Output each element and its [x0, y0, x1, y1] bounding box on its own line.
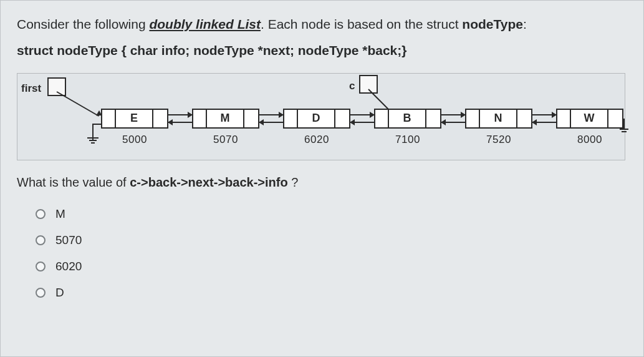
radio-icon[interactable] — [36, 262, 46, 271]
struct-declaration: struct nodeType { char info; nodeType *n… — [17, 43, 627, 58]
radio-icon[interactable] — [36, 288, 46, 298]
node-2-info: D — [298, 110, 335, 127]
question-expr: c->back->next->back->info — [130, 175, 287, 189]
intro-suffix: : — [523, 17, 527, 31]
null-end-stem — [623, 119, 625, 129]
question-prefix: What is the value of — [17, 175, 130, 189]
null-end-bar2 — [622, 131, 627, 132]
node-5-addr: 8000 — [556, 134, 623, 146]
intro-text: Consider the following doubly linked Lis… — [17, 14, 627, 34]
conn-1-2 — [259, 109, 283, 129]
intro-type: nodeType — [462, 17, 523, 31]
answer-options: M 5070 6020 D — [36, 207, 627, 300]
node-4-next — [517, 110, 531, 127]
node-3-next — [426, 110, 440, 127]
intro-mid: . Each node is based on the struct — [261, 17, 462, 31]
node-1: M 5070 — [192, 109, 259, 146]
node-0-info: E — [116, 110, 153, 127]
option-3-label: D — [55, 286, 64, 300]
node-1-back — [193, 110, 207, 127]
node-2-next — [335, 110, 349, 127]
intro-prefix: Consider the following — [17, 17, 149, 31]
question-page: Consider the following doubly linked Lis… — [0, 0, 644, 357]
node-1-next — [244, 110, 258, 127]
conn-2-3 — [350, 109, 374, 129]
node-5-info: W — [571, 110, 608, 127]
node-5-back — [557, 110, 571, 127]
node-4-info: N — [480, 110, 517, 127]
option-2[interactable]: 6020 — [36, 260, 627, 273]
node-5-next — [608, 110, 622, 127]
option-3[interactable]: D — [36, 286, 627, 300]
question-suffix: ? — [288, 175, 299, 189]
node-4: N 7520 — [465, 109, 532, 146]
conn-3-4 — [441, 109, 465, 129]
question-text: What is the value of c->back->next->back… — [17, 175, 627, 190]
node-1-info: M — [207, 110, 244, 127]
conn-4-5 — [532, 109, 556, 129]
option-2-label: 6020 — [55, 260, 82, 273]
node-5: W 8000 — [556, 109, 623, 146]
node-3: B 7100 — [374, 109, 441, 146]
node-0: E 5000 — [101, 109, 168, 146]
first-label: first — [21, 82, 41, 95]
node-3-back — [375, 110, 389, 127]
node-2-back — [284, 110, 298, 127]
node-0-back — [102, 110, 116, 127]
node-3-info: B — [389, 110, 426, 127]
node-2-addr: 6020 — [283, 134, 350, 146]
node-1-addr: 5070 — [192, 134, 259, 146]
option-0[interactable]: M — [36, 207, 627, 221]
radio-icon[interactable] — [36, 235, 46, 245]
linked-list-diagram: first c E 5000 M — [17, 73, 625, 160]
c-label: c — [349, 80, 355, 92]
node-4-back — [466, 110, 480, 127]
node-0-next — [153, 110, 167, 127]
conn-0-1 — [168, 109, 192, 129]
node-4-addr: 7520 — [465, 134, 532, 146]
option-1-label: 5070 — [55, 233, 82, 247]
option-1[interactable]: 5070 — [36, 233, 627, 247]
node-3-addr: 7100 — [374, 134, 441, 146]
radio-icon[interactable] — [36, 209, 46, 219]
first-arrow — [57, 91, 100, 117]
node-0-addr: 5000 — [101, 134, 168, 146]
null-end-bar1 — [620, 129, 628, 130]
option-0-label: M — [55, 207, 65, 221]
intro-emph: doubly linked List — [149, 17, 261, 31]
node-2: D 6020 — [283, 109, 350, 146]
first-pointer-box — [47, 77, 66, 96]
null-start — [86, 124, 100, 144]
